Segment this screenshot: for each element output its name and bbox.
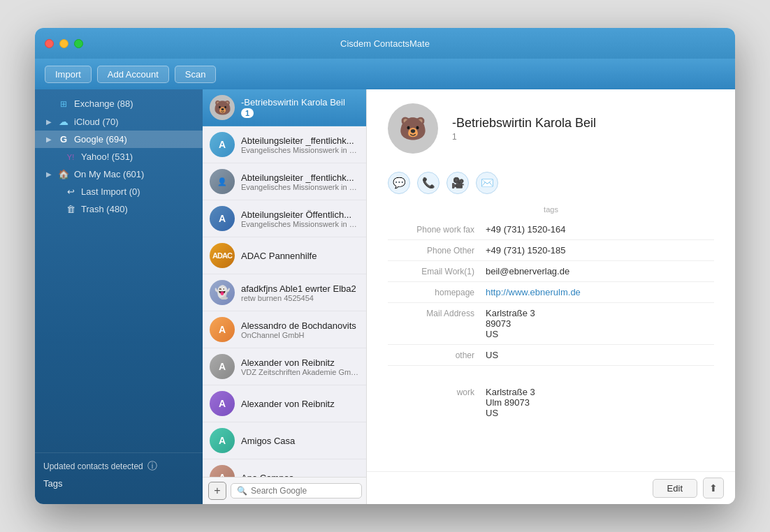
sidebar-item-label: Trash (480)	[81, 204, 128, 214]
sidebar-item-icloud[interactable]: ▶ ☁ iCloud (70)	[35, 112, 203, 131]
sidebar-item-label: Exchange (88)	[74, 98, 133, 109]
contact-list-footer: + 🔍	[203, 477, 366, 504]
field-label: Phone work fax	[388, 224, 486, 235]
exchange-icon: ⊞	[57, 99, 70, 109]
content-area: ⊞ Exchange (88) ▶ ☁ iCloud (70) ▶ G Goog…	[35, 89, 735, 504]
google-icon: G	[57, 134, 70, 145]
contact-name: Alexander von Reibnitz	[241, 399, 359, 409]
detail-content: 🐻 -Betriebswirtin Karola Beil 1 💬 📞 🎥	[367, 89, 735, 471]
contact-name: Alessandro de Bochdanovits	[241, 320, 359, 331]
contact-info: Abteilungsleiter _ffentlichk... Evangeli…	[241, 135, 359, 154]
update-notice[interactable]: Updated contacts detected ⓘ	[43, 460, 194, 473]
field-value: US	[486, 350, 714, 360]
contact-detail-count: 1	[452, 132, 596, 142]
contact-item-5[interactable]: ADAC ADAC Pannenhilfe	[203, 237, 366, 274]
field-value: beil@ebnerverlag.de	[486, 266, 714, 276]
window-title: Cisdem ContactsMate	[340, 38, 430, 49]
search-icon: 🔍	[237, 486, 247, 496]
contact-item-8[interactable]: A Alexander von Reibnitz VDZ Zeitschrift…	[203, 348, 366, 385]
trash-icon: 🗑	[64, 204, 77, 214]
toolbar: Import Add Account Scan	[35, 59, 735, 89]
phone-button[interactable]: 📞	[417, 172, 440, 194]
field-value: +49 (731) 1520-185	[486, 245, 714, 256]
avatar: A	[210, 354, 235, 379]
detail-section-tags: tags	[388, 205, 714, 214]
close-button[interactable]	[45, 39, 54, 48]
sidebar-item-label: Google (694)	[74, 134, 127, 145]
contact-item-4[interactable]: A Abteilungsleiter Öffentlich... Evangel…	[203, 200, 366, 237]
contact-item-7[interactable]: A Alessandro de Bochdanovits OnChannel G…	[203, 311, 366, 348]
message-button[interactable]: 💬	[388, 172, 410, 194]
detail-panel: 🐻 -Betriebswirtin Karola Beil 1 💬 📞 🎥	[367, 89, 735, 504]
minimize-button[interactable]	[59, 39, 68, 48]
email-icon: ✉️	[481, 177, 494, 189]
avatar: A	[210, 317, 235, 342]
contact-item-10[interactable]: A Amigos Casa	[203, 422, 366, 459]
contact-item-9[interactable]: A Alexander von Reibnitz	[203, 385, 366, 422]
traffic-lights	[45, 39, 83, 48]
contact-item-3[interactable]: 👤 Abteilungsleiter _ffentlichk... Evange…	[203, 163, 366, 200]
icloud-icon: ☁	[57, 116, 70, 127]
scan-button[interactable]: Scan	[175, 66, 217, 83]
add-account-button[interactable]: Add Account	[97, 66, 169, 83]
phone-icon: 📞	[422, 177, 435, 189]
email-button[interactable]: ✉️	[476, 172, 498, 194]
field-value[interactable]: http://www.ebnerulm.de	[486, 287, 714, 297]
field-row-mailaddress: Mail Address Karlstraße 3 89073 US	[388, 303, 714, 345]
sidebar-item-onmymac[interactable]: ▶ 🏠 On My Mac (601)	[35, 165, 203, 183]
message-icon: 💬	[393, 177, 406, 189]
contact-name: Abteilungsleiter _ffentlichk...	[241, 135, 359, 146]
field-row-email: Email Work(1) beil@ebnerverlag.de	[388, 261, 714, 282]
sidebar-item-exchange[interactable]: ⊞ Exchange (88)	[35, 95, 203, 112]
contact-info: Amigos Casa	[241, 436, 359, 446]
sidebar-item-label: Yahoo! (531)	[81, 152, 133, 162]
add-contact-button[interactable]: +	[208, 482, 226, 500]
contact-item-6[interactable]: 👻 afadkfjns Able1 ewrter Elba2 retw burn…	[203, 274, 366, 311]
import-button[interactable]: Import	[45, 66, 92, 83]
contact-info: Alessandro de Bochdanovits OnChannel Gmb…	[241, 320, 359, 339]
contact-info: Abteilungsleiter _ffentlichk... Evangeli…	[241, 172, 359, 191]
contact-item-11[interactable]: A Ana Campos	[203, 459, 366, 477]
sidebar-item-label: Last Import (0)	[81, 186, 140, 197]
detail-header: 🐻 -Betriebswirtin Karola Beil 1	[388, 103, 714, 165]
sidebar-item-trash[interactable]: 🗑 Trash (480)	[35, 200, 203, 218]
sidebar-item-google[interactable]: ▶ G Google (694)	[35, 131, 203, 148]
main-window: Cisdem ContactsMate Import Add Account S…	[35, 28, 735, 504]
video-button[interactable]: 🎥	[446, 172, 469, 194]
contact-item-1[interactable]: 🐻 -Betriebswirtin Karola Beil 1	[203, 89, 366, 126]
contact-name: Abteilungsleiter Öffentlich...	[241, 209, 359, 220]
field-value: +49 (731) 1520-164	[486, 224, 714, 235]
plus-icon: +	[214, 485, 220, 497]
contact-name: ADAC Pannenhilfe	[241, 251, 359, 261]
expand-icon: ▶	[46, 135, 53, 143]
search-input[interactable]	[251, 486, 356, 496]
share-button[interactable]: ⬆	[703, 478, 724, 498]
contact-list-items: 🐻 -Betriebswirtin Karola Beil 1 A Abteil…	[203, 89, 366, 477]
detail-name-block: -Betriebswirtin Karola Beil 1	[452, 116, 596, 142]
avatar: A	[210, 132, 235, 157]
maximize-button[interactable]	[74, 39, 83, 48]
avatar: 👻	[210, 280, 235, 305]
field-label: homepage	[388, 287, 486, 297]
expand-icon: ▶	[46, 118, 53, 126]
sidebar-item-label: On My Mac (601)	[74, 169, 144, 179]
contact-list: 🐻 -Betriebswirtin Karola Beil 1 A Abteil…	[203, 89, 367, 504]
contact-subtitle: OnChannel GmbH	[241, 331, 359, 339]
contact-detail-name: -Betriebswirtin Karola Beil	[452, 116, 596, 131]
contact-info: ADAC Pannenhilfe	[241, 251, 359, 261]
action-buttons: 💬 📞 🎥 ✉️	[388, 165, 714, 205]
avatar: A	[210, 206, 235, 231]
avatar: 👤	[210, 169, 235, 194]
field-value: Karlstraße 3 89073 US	[486, 308, 714, 339]
contact-info: Alexander von Reibnitz VDZ Zeitschriften…	[241, 357, 359, 376]
share-icon: ⬆	[709, 482, 718, 494]
update-notice-text: Updated contacts detected	[43, 461, 143, 471]
field-row-homepage: homepage http://www.ebnerulm.de	[388, 282, 714, 303]
edit-button[interactable]: Edit	[653, 479, 697, 498]
sidebar-item-lastimport[interactable]: ↩ Last Import (0)	[35, 183, 203, 200]
field-row-work: work Karlstraße 3 Ulm 89073 US	[388, 366, 714, 423]
contact-item-2[interactable]: A Abteilungsleiter _ffentlichk... Evange…	[203, 126, 366, 163]
tags-label: Tags	[43, 478, 62, 489]
field-value: Karlstraße 3 Ulm 89073 US	[486, 387, 714, 418]
sidebar-item-yahoo[interactable]: Y! Yahoo! (531)	[35, 148, 203, 165]
